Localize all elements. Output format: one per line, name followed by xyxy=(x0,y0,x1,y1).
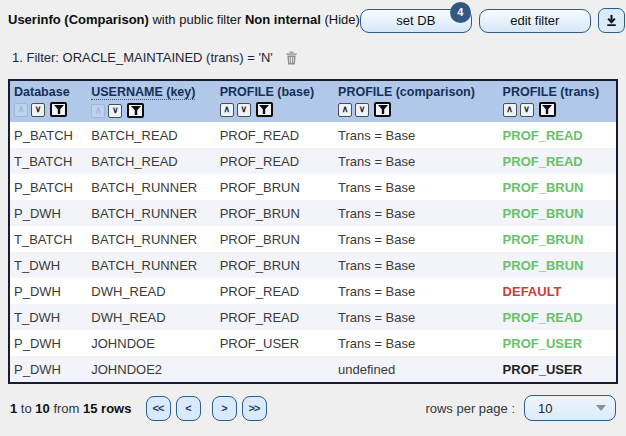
table-row[interactable]: T_DWH BATCH_RUNNER PROF_BRUN Trans = Bas… xyxy=(9,252,617,278)
column-header-label[interactable]: PROFILE (trans) xyxy=(503,85,600,99)
cell-profile-base: PROF_BRUN xyxy=(216,174,334,200)
cell-profile-comparison: Trans = Base xyxy=(334,330,499,356)
cell-database: P_DWH xyxy=(9,330,87,356)
cell-profile-base: PROF_BRUN xyxy=(216,200,334,226)
range-start: 1 xyxy=(10,401,17,416)
table-row[interactable]: T_BATCH BATCH_RUNNER PROF_BRUN Trans = B… xyxy=(9,226,617,252)
table-footer: 1 to 10 from 15 rows << < > >> rows per … xyxy=(10,395,616,421)
cell-profile-base: PROF_READ xyxy=(216,122,334,148)
userinfo-table: Database ∧ ∨ USERNAME (key) ∧ ∨ PROFILE … xyxy=(8,79,618,384)
hide-link[interactable]: (Hide) xyxy=(324,12,359,27)
report-name: Userinfo (Comparison) xyxy=(8,12,149,27)
cell-profile-base: PROF_READ xyxy=(216,278,334,304)
cell-profile-trans: PROF_BRUN xyxy=(499,252,617,278)
cell-username: JOHNDOE2 xyxy=(87,356,215,383)
funnel-icon[interactable] xyxy=(539,102,556,117)
download-button[interactable] xyxy=(598,8,625,33)
table-row[interactable]: P_DWH JOHNDOE PROF_USER Trans = Base PRO… xyxy=(9,330,617,356)
chevron-up-icon[interactable]: ∧ xyxy=(91,104,105,118)
cell-profile-base: PROF_READ xyxy=(216,304,334,330)
cell-profile-trans: PROF_READ xyxy=(499,122,617,148)
column-header-label[interactable]: USERNAME (key) xyxy=(91,85,195,100)
table-row[interactable]: P_BATCH BATCH_RUNNER PROF_BRUN Trans = B… xyxy=(9,174,617,200)
rows-per-page-label: rows per page : xyxy=(425,401,515,416)
cell-profile-base: PROF_BRUN xyxy=(216,226,334,252)
toolbar-buttons: set DB 4 edit filter xyxy=(360,8,626,33)
cell-profile-trans: PROF_READ xyxy=(499,148,617,174)
funnel-icon[interactable] xyxy=(50,102,67,117)
column-header: USERNAME (key) ∧ ∨ xyxy=(87,80,215,122)
table-row[interactable]: P_BATCH BATCH_READ PROF_READ Trans = Bas… xyxy=(9,122,617,148)
cell-database: P_DWH xyxy=(9,278,87,304)
cell-profile-trans: PROF_BRUN xyxy=(499,200,617,226)
download-icon xyxy=(605,14,618,27)
top-toolbar: Userinfo (Comparison) with public filter… xyxy=(0,0,626,33)
cell-profile-trans: PROF_BRUN xyxy=(499,226,617,252)
table-row[interactable]: P_DWH JOHNDOE2 undefined PROF_USER xyxy=(9,356,617,383)
table-row[interactable]: P_DWH DWH_READ PROF_READ Trans = Base DE… xyxy=(9,278,617,304)
next-page-button[interactable]: > xyxy=(212,396,237,421)
table-row[interactable]: T_BATCH BATCH_READ PROF_READ Trans = Bas… xyxy=(9,148,617,174)
cell-database: T_DWH xyxy=(9,304,87,330)
prev-page-button[interactable]: < xyxy=(176,396,201,421)
cell-profile-comparison: Trans = Base xyxy=(334,226,499,252)
cell-username: DWH_READ xyxy=(87,278,215,304)
cell-database: T_BATCH xyxy=(9,226,87,252)
chevron-down-icon[interactable]: ∨ xyxy=(237,103,251,117)
cell-profile-trans: PROF_BRUN xyxy=(499,174,617,200)
pagination: << < > >> xyxy=(146,396,267,421)
public-filter-name: Non internal xyxy=(245,12,321,27)
cell-username: BATCH_READ xyxy=(87,122,215,148)
cell-profile-base: PROF_USER xyxy=(216,330,334,356)
page-title: Userinfo (Comparison) with public filter… xyxy=(8,8,360,27)
cell-database: T_BATCH xyxy=(9,148,87,174)
cell-username: BATCH_RUNNER xyxy=(87,226,215,252)
total-rows: 15 rows xyxy=(83,401,131,416)
cell-database: P_BATCH xyxy=(9,174,87,200)
chevron-down-icon[interactable]: ∨ xyxy=(31,103,45,117)
rows-per-page-select[interactable]: 10 xyxy=(524,395,616,421)
cell-profile-comparison: undefined xyxy=(334,356,499,383)
funnel-icon[interactable] xyxy=(127,103,144,118)
funnel-icon[interactable] xyxy=(256,102,273,117)
column-header-label[interactable]: Database xyxy=(14,85,70,99)
filter-description: 1. Filter: ORACLE_MAINTAINED (trans) = '… xyxy=(12,50,273,65)
column-header-label[interactable]: PROFILE (comparison) xyxy=(338,85,475,99)
edit-filter-button[interactable]: edit filter xyxy=(479,9,591,33)
chevron-down-icon[interactable]: ∨ xyxy=(520,103,534,117)
first-page-button[interactable]: << xyxy=(146,396,171,421)
chevron-up-icon[interactable]: ∧ xyxy=(220,103,234,117)
db-count-badge: 4 xyxy=(450,2,471,23)
chevron-down-icon[interactable]: ∨ xyxy=(108,104,122,118)
active-filter-row: 1. Filter: ORACLE_MAINTAINED (trans) = '… xyxy=(12,50,626,65)
cell-profile-base xyxy=(216,356,334,383)
cell-username: BATCH_RUNNER xyxy=(87,252,215,278)
cell-profile-trans: PROF_READ xyxy=(499,304,617,330)
rows-per-page-value: 10 xyxy=(538,401,552,416)
chevron-up-icon[interactable]: ∧ xyxy=(14,103,28,117)
cell-username: DWH_READ xyxy=(87,304,215,330)
cell-profile-base: PROF_BRUN xyxy=(216,252,334,278)
column-header: PROFILE (base) ∧ ∨ xyxy=(216,80,334,122)
chevron-up-icon[interactable]: ∧ xyxy=(338,103,352,117)
cell-profile-comparison: Trans = Base xyxy=(334,174,499,200)
cell-database: P_BATCH xyxy=(9,122,87,148)
cell-database: T_DWH xyxy=(9,252,87,278)
title-middle-text: with public filter xyxy=(152,12,241,27)
rows-per-page: rows per page : 10 xyxy=(425,395,616,421)
cell-profile-comparison: Trans = Base xyxy=(334,252,499,278)
table-row[interactable]: P_DWH BATCH_RUNNER PROF_BRUN Trans = Bas… xyxy=(9,200,617,226)
range-end: 10 xyxy=(35,401,49,416)
column-header: Database ∧ ∨ xyxy=(9,80,87,122)
cell-profile-comparison: Trans = Base xyxy=(334,148,499,174)
chevron-down-icon[interactable]: ∨ xyxy=(355,103,369,117)
column-header: PROFILE (trans) ∧ ∨ xyxy=(499,80,617,122)
cell-profile-trans: PROF_USER xyxy=(499,356,617,383)
last-page-button[interactable]: >> xyxy=(242,396,267,421)
table-row[interactable]: T_DWH DWH_READ PROF_READ Trans = Base PR… xyxy=(9,304,617,330)
column-header-label[interactable]: PROFILE (base) xyxy=(220,85,314,99)
delete-filter-button[interactable] xyxy=(285,51,298,65)
funnel-icon[interactable] xyxy=(374,102,391,117)
cell-username: JOHNDOE xyxy=(87,330,215,356)
chevron-up-icon[interactable]: ∧ xyxy=(503,103,517,117)
